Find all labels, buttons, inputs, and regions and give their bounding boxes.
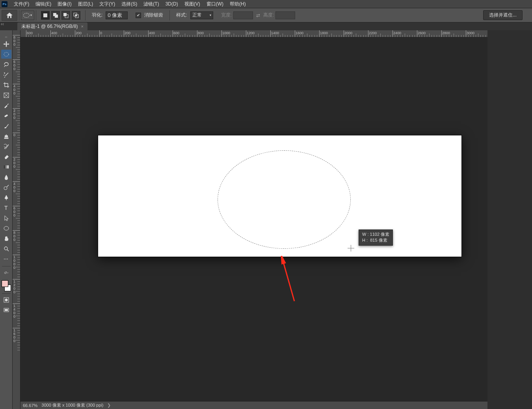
- divider: [2, 293, 11, 294]
- zoom-tool[interactable]: [1, 244, 11, 253]
- svg-point-8: [4, 52, 9, 56]
- antialias-checkbox[interactable]: ✔: [136, 13, 141, 18]
- dodge-tool[interactable]: [1, 183, 11, 192]
- divider: [169, 10, 170, 20]
- select-and-mask-button[interactable]: 选择并遮住...: [483, 10, 523, 20]
- magic-wand-tool[interactable]: [1, 70, 11, 79]
- crop-tool[interactable]: [1, 80, 11, 89]
- svg-rect-7: [75, 15, 77, 16]
- collapse-handle[interactable]: ‹‹: [0, 22, 5, 26]
- menu-filter[interactable]: 滤镜(T): [140, 0, 162, 9]
- selection-size-tooltip: W : 1102 像素 H : 815 像素: [359, 229, 393, 246]
- gradient-tool[interactable]: [1, 162, 11, 171]
- healing-brush-tool[interactable]: [1, 111, 11, 120]
- style-select[interactable]: 正常▾: [190, 11, 213, 19]
- squares-int-icon: [73, 13, 79, 18]
- selection-subtract-button[interactable]: [61, 11, 70, 20]
- selection-intersect-button[interactable]: [72, 11, 80, 20]
- menubar: Ps 文件(F) 编辑(E) 图像(I) 图层(L) 文字(Y) 选择(S) 滤…: [0, 0, 532, 8]
- status-bar: 66.67% 3000 像素 x 1000 像素 (300 ppi) ❯: [20, 401, 487, 409]
- width-input: [233, 11, 253, 19]
- ellipse-icon: [23, 13, 30, 18]
- feather-input[interactable]: [106, 11, 128, 19]
- height-input: [275, 11, 295, 19]
- menu-image[interactable]: 图像(I): [54, 0, 74, 9]
- screen-mode-button[interactable]: [1, 305, 11, 315]
- move-tool[interactable]: [1, 39, 11, 48]
- selection-mode-group: [38, 11, 84, 20]
- svg-rect-19: [4, 308, 9, 312]
- document-tabstrip: ‹‹ 未标题-1 @ 66.7%(RGB/8) ×: [0, 22, 532, 30]
- svg-rect-0: [43, 13, 47, 17]
- vertical-ruler[interactable]: 8006004002000200400600800100012001400160…: [13, 30, 20, 409]
- svg-point-15: [4, 226, 9, 230]
- squares-sub-icon: [63, 13, 69, 18]
- color-swatches[interactable]: [1, 280, 11, 292]
- frame-tool[interactable]: [1, 91, 11, 100]
- right-panels-collapsed: [487, 30, 532, 409]
- svg-rect-17: [4, 298, 9, 302]
- svg-rect-11: [4, 114, 8, 117]
- menu-window[interactable]: 窗口(W): [203, 0, 227, 9]
- home-button[interactable]: [2, 10, 17, 21]
- elliptical-selection: [218, 150, 351, 249]
- workspace: ›› T ⋯ ↺▫ 8006004002000200400600800: [0, 30, 532, 409]
- document-info[interactable]: 3000 像素 x 1000 像素 (300 ppi): [41, 402, 103, 408]
- link-dimensions-button: ⇄: [255, 12, 262, 19]
- style-label: 样式:: [175, 12, 188, 19]
- more-tools[interactable]: ⋯: [1, 254, 11, 263]
- shape-tool[interactable]: [1, 224, 11, 233]
- svg-point-16: [4, 247, 7, 250]
- menu-layer[interactable]: 图层(L): [75, 0, 97, 9]
- hand-tool[interactable]: [1, 234, 11, 243]
- antialias-label: 消除锯齿: [143, 12, 165, 19]
- path-selection-tool[interactable]: [1, 213, 11, 222]
- tool-preset-picker[interactable]: ▾: [21, 11, 34, 20]
- quick-mask-button[interactable]: [1, 295, 11, 304]
- feather-label: 羽化:: [90, 12, 104, 19]
- pen-tool[interactable]: [1, 193, 11, 202]
- divider: [36, 10, 36, 20]
- selection-add-button[interactable]: [51, 11, 60, 20]
- toolbar-collapse[interactable]: ››: [0, 35, 12, 38]
- foreground-color-swatch[interactable]: [2, 280, 8, 287]
- chevron-right-icon[interactable]: ❯: [107, 403, 111, 408]
- zoom-level[interactable]: 66.67%: [23, 403, 37, 408]
- menu-file[interactable]: 文件(F): [11, 0, 32, 9]
- lasso-tool[interactable]: [1, 60, 11, 69]
- menu-3d[interactable]: 3D(D): [162, 0, 181, 8]
- canvas-viewport[interactable]: W : 1102 像素 H : 815 像素: [20, 37, 487, 402]
- blur-tool[interactable]: [1, 172, 11, 181]
- document-tab[interactable]: 未标题-1 @ 66.7%(RGB/8) ×: [17, 22, 87, 30]
- eyedropper-tool[interactable]: [1, 101, 11, 110]
- divider: [19, 10, 19, 20]
- svg-line-21: [282, 258, 294, 301]
- chevron-down-icon: ▾: [30, 13, 32, 17]
- type-tool[interactable]: T: [1, 203, 11, 212]
- canvas-area: 6004002000200400600800100012001400160018…: [20, 30, 487, 409]
- chevron-down-icon: ▾: [210, 13, 211, 17]
- menu-select[interactable]: 选择(S): [118, 0, 140, 9]
- brush-tool[interactable]: [1, 121, 11, 130]
- app-logo: Ps: [2, 1, 7, 7]
- square-icon: [43, 13, 48, 18]
- svg-point-18: [5, 298, 7, 301]
- history-brush-tool[interactable]: [1, 142, 11, 151]
- elliptical-marquee-tool[interactable]: [1, 50, 11, 59]
- selection-new-button[interactable]: [41, 11, 50, 20]
- menu-view[interactable]: 视图(V): [181, 0, 203, 9]
- svg-rect-10: [4, 93, 9, 98]
- height-label: 高度:: [263, 12, 274, 19]
- svg-rect-20: [5, 309, 8, 311]
- squares-add-icon: [53, 13, 58, 18]
- document-tab-label: 未标题-1 @ 66.7%(RGB/8): [21, 23, 78, 30]
- menu-help[interactable]: 帮助(H): [227, 0, 249, 9]
- edit-toolbar-button[interactable]: ↺▫: [1, 268, 11, 277]
- clone-stamp-tool[interactable]: [1, 131, 11, 141]
- home-icon: [6, 12, 13, 19]
- eraser-tool[interactable]: [1, 152, 11, 161]
- menu-edit[interactable]: 编辑(E): [32, 0, 54, 9]
- horizontal-ruler[interactable]: 6004002000200400600800100012001400160018…: [20, 30, 487, 37]
- menu-type[interactable]: 文字(Y): [96, 0, 118, 9]
- close-icon[interactable]: ×: [81, 24, 84, 29]
